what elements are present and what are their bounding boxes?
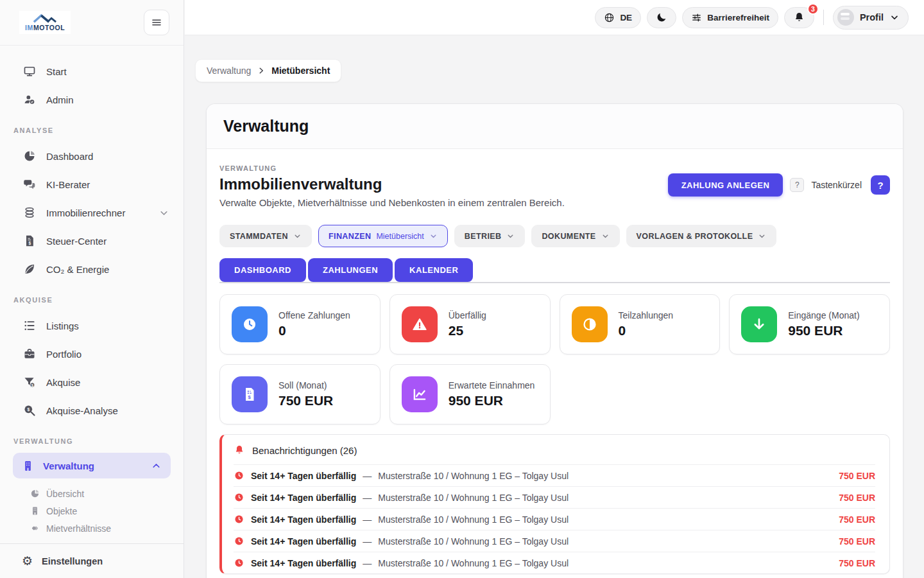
sidebar-nav: Start Admin ANALYSE Dashboard KI-Berater	[0, 46, 184, 537]
notification-title: Seit 14+ Tagen überfällig	[251, 471, 356, 481]
breadcrumb: Verwaltung Mietübersicht	[195, 59, 341, 82]
notification-row[interactable]: Seit 14+ Tagen überfällig — Musterstraße…	[234, 530, 875, 552]
accessibility-button[interactable]: Barrierefreiheit	[682, 7, 778, 28]
sidebar-item-label: Start	[46, 66, 67, 77]
overdue-clock-icon	[234, 514, 244, 525]
create-payment-button[interactable]: ZAHLUNG ANLEGEN	[668, 173, 783, 197]
subtab-dashboard[interactable]: DASHBOARD	[219, 258, 306, 282]
notification-title: Seit 14+ Tagen überfällig	[251, 536, 356, 547]
monitor-icon	[23, 65, 36, 78]
page-eyebrow: VERWALTUNG	[219, 164, 565, 172]
profile-menu-button[interactable]: Profil	[833, 6, 909, 30]
sidebar-item-einstellungen[interactable]: ⚙ Einstellungen	[0, 543, 184, 578]
tab-dokumente[interactable]: DOKUMENTE	[531, 225, 619, 247]
hamburger-icon	[151, 17, 162, 28]
sidebar-section-akquise: AKQUISE	[0, 292, 184, 308]
pie-chart-icon	[23, 150, 36, 162]
notification-amount: 750 EUR	[839, 514, 875, 525]
sidebar-item-label: Immobilienrechner	[46, 207, 148, 218]
chevron-down-icon	[601, 232, 610, 240]
stat-label: Überfällig	[449, 310, 486, 320]
sidebar-item-label: Akquise-Analyse	[46, 405, 118, 416]
notification-description: Musterstraße 10 / Wohnung 1 EG – Tolgay …	[378, 558, 832, 568]
tab-betrieb[interactable]: BETRIEB	[454, 225, 526, 247]
notification-separator: —	[363, 536, 372, 547]
breadcrumb-parent[interactable]: Verwaltung	[207, 66, 251, 76]
language-button[interactable]: DE	[595, 7, 641, 28]
help-button[interactable]: ?	[871, 175, 890, 195]
sidebar-toggle-button[interactable]	[144, 10, 169, 35]
tune-icon	[691, 12, 702, 23]
sidebar-item-label: Akquise	[46, 377, 80, 388]
notification-description: Musterstraße 10 / Wohnung 1 EG – Tolgay …	[378, 471, 832, 481]
stat-card-eingaenge: Eingänge (Monat) 950 EUR	[729, 294, 890, 355]
dark-mode-button[interactable]	[647, 7, 676, 28]
card-title: Verwaltung	[207, 104, 903, 149]
sidebar-item-dashboard[interactable]: Dashboard	[0, 142, 184, 170]
notification-title: Seit 14+ Tagen überfällig	[251, 558, 356, 568]
svg-text:$: $	[29, 241, 31, 246]
briefcase-icon	[23, 347, 36, 360]
tab-finanzen[interactable]: FINANZEN Mietübersicht	[318, 225, 448, 247]
gear-icon: ⚙	[22, 555, 33, 567]
tab-label: STAMMDATEN	[230, 232, 288, 241]
notification-amount: 750 EUR	[839, 536, 875, 547]
notification-row[interactable]: Seit 14+ Tagen überfällig — Musterstraße…	[234, 508, 875, 530]
sidebar-item-immobilienrechner[interactable]: Immobilienrechner	[0, 198, 184, 227]
stat-label: Offene Zahlungen	[278, 310, 350, 320]
sidebar-item-ki-berater[interactable]: KI-Berater	[0, 170, 184, 198]
sidebar-item-label: Portfolio	[46, 349, 81, 360]
chart-icon	[402, 376, 438, 412]
notification-amount: 750 EUR	[839, 471, 875, 481]
profile-label: Profil	[860, 12, 884, 22]
invoice-icon: $	[232, 376, 268, 412]
sidebar-item-listings[interactable]: Listings	[0, 311, 184, 340]
tab-sublabel: Mietübersicht	[376, 232, 424, 241]
notifications-button[interactable]: 3	[784, 7, 814, 28]
sidebar-item-verwaltung[interactable]: Verwaltung	[13, 453, 171, 478]
subtab-zahlungen[interactable]: ZAHLUNGEN	[308, 258, 393, 282]
stat-label: Eingänge (Monat)	[788, 310, 859, 320]
sidebar: IMMOTOOL Start Admin ANALYSE	[0, 0, 184, 578]
notification-row[interactable]: Seit 14+ Tagen überfällig — Musterstraße…	[234, 464, 875, 486]
breadcrumb-current: Mietübersicht	[271, 66, 330, 76]
sidebar-item-label: Dashboard	[46, 151, 93, 162]
sidebar-header: IMMOTOOL	[0, 0, 184, 46]
subtab-kalender[interactable]: KALENDER	[395, 258, 473, 282]
page-title: Immobilienverwaltung	[219, 175, 565, 193]
sidebar-item-akquise[interactable]: $ Akquise	[0, 368, 184, 396]
notification-row[interactable]: Seit 14+ Tagen überfällig — Musterstraße…	[234, 552, 875, 574]
sidebar-item-label: Mietverhältnisse	[46, 523, 111, 534]
sidebar-item-steuer-center[interactable]: $ Steuer-Center	[0, 227, 184, 255]
notifications-panel: Benachrichtigungen (26) Seit 14+ Tagen ü…	[219, 434, 890, 574]
finance-subtabs: DASHBOARD ZAHLUNGEN KALENDER	[219, 258, 890, 283]
stat-label: Teilzahlungen	[619, 310, 674, 320]
moon-icon	[656, 12, 667, 23]
notification-separator: —	[363, 471, 372, 481]
sidebar-item-portfolio[interactable]: Portfolio	[0, 340, 184, 368]
sidebar-item-start[interactable]: Start	[0, 57, 184, 85]
stat-value: 0	[278, 323, 350, 338]
sidebar-item-label: Übersicht	[46, 489, 84, 499]
sidebar-item-co2-energie[interactable]: CO₂ & Energie	[0, 255, 184, 283]
tab-vorlagen-protokolle[interactable]: VORLAGEN & PROTOKOLLE	[626, 225, 777, 247]
stat-label: Erwartete Einnahmen	[449, 380, 535, 390]
bell-icon	[234, 444, 245, 456]
tab-label: VORLAGEN & PROTOKOLLE	[637, 232, 753, 241]
bell-icon	[793, 12, 805, 24]
brand-name: IMMOTOOL	[25, 24, 65, 31]
overdue-clock-icon	[234, 557, 244, 568]
brand-logo[interactable]: IMMOTOOL	[19, 11, 71, 35]
sidebar-subitem-uebersicht[interactable]: Übersicht	[0, 485, 184, 502]
sidebar-subitem-mietverhaeltnisse[interactable]: Mietverhältnisse	[0, 520, 184, 537]
notification-count-badge: 3	[807, 3, 819, 15]
handshake-icon	[30, 523, 40, 533]
sidebar-item-label: Admin	[46, 94, 74, 105]
sidebar-subitem-objekte[interactable]: Objekte	[0, 502, 184, 520]
notification-row[interactable]: Seit 14+ Tagen überfällig — Musterstraße…	[234, 486, 875, 508]
tab-label: FINANZEN	[329, 232, 371, 241]
sidebar-item-admin[interactable]: Admin	[0, 85, 184, 114]
sidebar-item-akquise-analyse[interactable]: $ Akquise-Analyse	[0, 396, 184, 425]
stat-card-ueberfaellig: Überfällig 25	[389, 294, 551, 355]
tab-stammdaten[interactable]: STAMMDATEN	[219, 225, 312, 247]
